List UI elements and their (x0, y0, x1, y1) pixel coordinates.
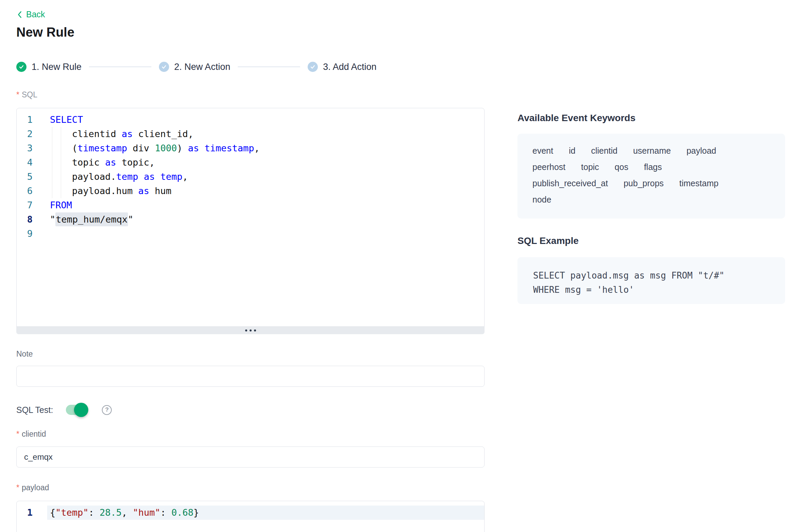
line-number: 8 (17, 212, 33, 227)
event-keyword: payload (687, 147, 716, 155)
line-number: 2 (17, 127, 33, 141)
sql-field-label: *SQL (16, 90, 37, 99)
code-line: 3 (timestamp div 1000) as timestamp, (17, 141, 484, 155)
keyword-row: eventidclientidusernamepayload (532, 147, 770, 155)
step-connector (89, 66, 151, 67)
step-label: 1. New Rule (32, 62, 81, 72)
payload-code-editor[interactable]: 1{"temp": 28.5, "hum": 0.68} (16, 501, 485, 532)
clientid-input[interactable] (16, 446, 485, 468)
step-new-rule[interactable]: 1. New Rule (16, 62, 81, 72)
sql-example-line: WHERE msg = 'hello' (533, 283, 769, 297)
code-line: 8"temp_hum/emqx" (17, 212, 484, 227)
line-number: 5 (17, 170, 33, 184)
stepper: 1. New Rule 2. New Action 3. Add Action (16, 61, 377, 73)
required-mark: * (16, 483, 19, 492)
line-number: 7 (17, 198, 33, 212)
keyword-row: node (532, 195, 770, 204)
event-keyword: node (532, 195, 551, 204)
editor-resize-handle[interactable] (16, 327, 485, 334)
line-number: 6 (17, 184, 33, 198)
event-keyword: event (532, 147, 553, 155)
event-keywords-panel: eventidclientidusernamepayloadpeerhostto… (517, 134, 785, 218)
code-line: 5 payload.temp as temp, (17, 170, 484, 184)
step-new-action[interactable]: 2. New Action (159, 62, 230, 72)
event-keyword: qos (615, 163, 628, 171)
sql-code-editor[interactable]: 1SELECT2 clientid as client_id,3 (timest… (16, 108, 485, 327)
step-label: 2. New Action (174, 62, 230, 72)
sql-example-panel: SELECT payload.msg as msg FROM "t/#"WHER… (517, 257, 785, 304)
event-keyword: id (569, 147, 575, 155)
code-line: 9 (17, 227, 484, 241)
code-line: 6 payload.hum as hum (17, 184, 484, 198)
keyword-row: publish_received_atpub_propstimestamp (532, 179, 770, 188)
sql-test-toggle[interactable] (66, 405, 88, 415)
check-icon (159, 62, 169, 72)
line-number: 3 (17, 141, 33, 155)
toggle-knob (74, 403, 88, 417)
code-line: 1SELECT (17, 113, 484, 127)
page-title: New Rule (16, 25, 74, 40)
line-number: 9 (17, 227, 33, 241)
event-keyword: flags (644, 163, 662, 171)
step-connector (238, 66, 300, 67)
required-mark: * (16, 90, 19, 99)
event-keyword: username (633, 147, 671, 155)
sql-test-row: SQL Test: ? (16, 402, 112, 417)
code-line: 1{"temp": 28.5, "hum": 0.68} (17, 506, 484, 520)
clientid-field-label: *clientid (16, 430, 46, 439)
line-number: 1 (17, 506, 33, 520)
back-button[interactable]: Back (16, 10, 45, 19)
code-line: 2 clientid as client_id, (17, 127, 484, 141)
event-keyword: clientid (591, 147, 618, 155)
payload-field-label: *payload (16, 483, 49, 492)
note-field-label: Note (16, 349, 33, 359)
sql-example-title: SQL Example (517, 235, 579, 246)
step-add-action[interactable]: 3. Add Action (308, 62, 377, 72)
chevron-left-icon (16, 11, 23, 19)
line-number: 4 (17, 155, 33, 170)
event-keyword: peerhost (532, 163, 565, 171)
event-keyword: pub_props (623, 179, 663, 188)
event-keywords-title: Available Event Keywords (517, 113, 636, 124)
resize-dots-icon (245, 329, 247, 331)
required-mark: * (16, 430, 19, 438)
line-number: 1 (17, 113, 33, 127)
event-keyword: publish_received_at (532, 179, 608, 188)
check-icon (16, 62, 26, 72)
event-keyword: timestamp (679, 179, 719, 188)
event-keyword: topic (581, 163, 599, 171)
sql-test-label: SQL Test: (16, 405, 53, 415)
step-label: 3. Add Action (323, 62, 377, 72)
keyword-row: peerhosttopicqosflags (532, 163, 770, 171)
check-icon (308, 62, 318, 72)
code-line: 7FROM (17, 198, 484, 212)
help-icon[interactable]: ? (102, 405, 112, 415)
note-input[interactable] (16, 366, 485, 387)
sql-example-line: SELECT payload.msg as msg FROM "t/#" (533, 268, 769, 283)
back-label: Back (26, 10, 45, 19)
code-line: 4 topic as topic, (17, 155, 484, 170)
